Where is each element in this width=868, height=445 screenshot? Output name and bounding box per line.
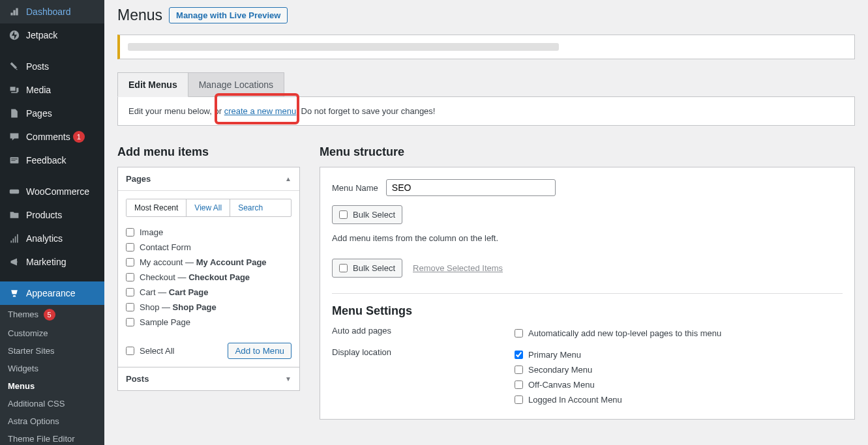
badge: 1 xyxy=(73,131,85,143)
page-item-sample-page[interactable]: Sample Page xyxy=(126,315,292,330)
instruction-pre: Edit your menu below, or xyxy=(128,106,224,116)
products-icon xyxy=(8,208,21,222)
pages-icon xyxy=(8,107,21,120)
menu-settings-title: Menu Settings xyxy=(332,304,843,318)
menu-structure-panel: Menu Name Bulk Select Add menu items fro… xyxy=(320,167,855,420)
appearance-icon xyxy=(8,287,21,300)
posts-accordion-header[interactable]: Posts ▼ xyxy=(118,367,299,390)
page-item-image[interactable]: Image xyxy=(126,225,292,240)
sidebar-sub-theme-file-editor[interactable]: Theme File Editor xyxy=(0,430,104,445)
sidebar-item-posts[interactable]: Posts xyxy=(0,55,104,78)
pages-accordion: Pages ▲ Most RecentView AllSearch ImageC… xyxy=(117,167,300,367)
woo-icon xyxy=(8,185,21,198)
sidebar-item-products[interactable]: Products xyxy=(0,203,104,227)
page-item-shop[interactable]: Shop — Shop Page xyxy=(126,300,292,315)
sidebar-item-comments[interactable]: Comments1 xyxy=(0,125,104,149)
page-item-checkout[interactable]: Checkout — Checkout Page xyxy=(126,270,292,285)
sidebar-item-marketing[interactable]: Marketing xyxy=(0,250,104,274)
jetpack-icon xyxy=(8,29,21,42)
remove-selected-link[interactable]: Remove Selected Items xyxy=(413,263,503,273)
menu-name-input[interactable] xyxy=(386,179,556,196)
main-content: Menus Manage with Live Preview Edit Menu… xyxy=(104,0,868,445)
menu-tabs: Edit MenusManage Locations xyxy=(117,72,855,97)
auto-add-checkbox[interactable]: Automatically add new top-level pages to… xyxy=(515,326,843,341)
menu-name-label: Menu Name xyxy=(332,183,378,193)
comments-icon xyxy=(8,130,21,143)
sidebar-item-feedback[interactable]: Feedback xyxy=(0,149,104,172)
posts-accordion: Posts ▼ xyxy=(117,367,300,391)
auto-add-label: Auto add pages xyxy=(332,326,515,336)
display-location-label: Display location xyxy=(332,347,515,357)
location-secondary-menu[interactable]: Secondary Menu xyxy=(515,362,843,377)
menu-structure-title: Menu structure xyxy=(320,145,855,159)
sidebar-sub-additional-css[interactable]: Additional CSS xyxy=(0,395,104,412)
sidebar-sub-widgets[interactable]: Widgets xyxy=(0,360,104,377)
sidebar-sub-themes[interactable]: Themes 5 xyxy=(0,305,104,324)
page-item-cart[interactable]: Cart — Cart Page xyxy=(126,285,292,300)
analytics-icon xyxy=(8,232,21,245)
sidebar-sub-astra-options[interactable]: Astra Options xyxy=(0,412,104,430)
page-item-contact-form[interactable]: Contact Form xyxy=(126,240,292,255)
feedback-icon xyxy=(8,154,21,167)
caret-down-icon: ▼ xyxy=(285,375,292,382)
add-menu-items-title: Add menu items xyxy=(117,145,300,159)
select-all-checkbox[interactable]: Select All xyxy=(126,343,174,358)
badge: 5 xyxy=(44,309,55,321)
marketing-icon xyxy=(8,255,21,268)
add-to-menu-button[interactable]: Add to Menu xyxy=(228,343,292,359)
bulk-select-top[interactable]: Bulk Select xyxy=(332,205,402,224)
page-title: Menus xyxy=(117,7,162,24)
sidebar-item-woocommerce[interactable]: WooCommerce xyxy=(0,180,104,203)
subtab-view-all[interactable]: View All xyxy=(187,199,230,216)
admin-notice xyxy=(117,35,855,59)
dashboard-icon xyxy=(8,5,21,18)
sidebar-item-media[interactable]: Media xyxy=(0,78,104,102)
sidebar-sub-customize[interactable]: Customize xyxy=(0,324,104,342)
media-icon xyxy=(8,83,21,96)
instruction-post: . Do not forget to save your changes! xyxy=(296,106,435,116)
caret-up-icon: ▲ xyxy=(285,175,292,182)
sidebar-sub-starter-sites[interactable]: Starter Sites xyxy=(0,342,104,360)
sidebar-item-appearance[interactable]: Appearance xyxy=(0,281,104,305)
location-off-canvas-menu[interactable]: Off-Canvas Menu xyxy=(515,377,843,392)
tab-manage-locations[interactable]: Manage Locations xyxy=(188,72,284,96)
location-primary-menu[interactable]: Primary Menu xyxy=(515,347,843,362)
page-item-my-account[interactable]: My account — My Account Page xyxy=(126,255,292,270)
admin-sidebar: DashboardJetpackPostsMediaPagesComments1… xyxy=(0,0,104,445)
subtab-most-recent[interactable]: Most Recent xyxy=(127,199,187,216)
svg-rect-2 xyxy=(10,190,19,194)
location-logged-in-account-menu[interactable]: Logged In Account Menu xyxy=(515,392,843,407)
empty-menu-hint: Add menu items from the column on the le… xyxy=(332,233,843,243)
bulk-select-bottom[interactable]: Bulk Select xyxy=(332,259,402,278)
sidebar-item-jetpack[interactable]: Jetpack xyxy=(0,23,104,47)
sidebar-item-analytics[interactable]: Analytics xyxy=(0,227,104,250)
sidebar-item-pages[interactable]: Pages xyxy=(0,102,104,125)
instruction-panel: Edit your menu below, or create a new me… xyxy=(117,97,855,126)
sidebar-sub-menus[interactable]: Menus xyxy=(0,377,104,395)
manage-live-preview-button[interactable]: Manage with Live Preview xyxy=(169,7,288,23)
posts-icon xyxy=(8,60,21,73)
pages-accordion-header[interactable]: Pages ▲ xyxy=(118,167,299,191)
create-new-menu-link[interactable]: create a new menu xyxy=(224,106,297,116)
tab-edit-menus[interactable]: Edit Menus xyxy=(117,72,188,97)
sidebar-item-dashboard[interactable]: Dashboard xyxy=(0,0,104,23)
subtab-search[interactable]: Search xyxy=(230,199,271,216)
